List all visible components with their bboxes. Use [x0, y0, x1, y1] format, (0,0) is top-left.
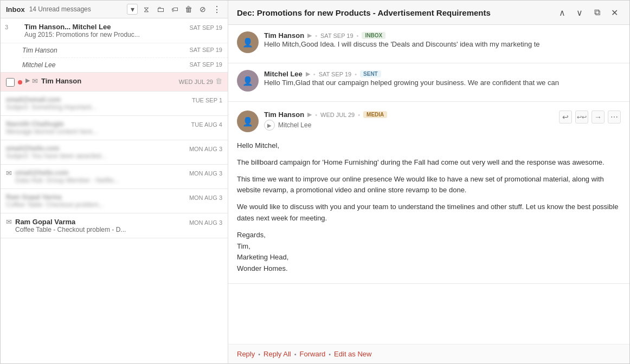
thread-row-selected[interactable]: ▶ ✉ Tim Hanson WED JUL 29 🗑 — [1, 73, 228, 91]
dropdown-arrow-icon: ▾ — [131, 5, 134, 14]
inbox-header: Inbox 14 Unread messages ▾ ⧖ 🗀 🏷 — [1, 1, 228, 18]
unread-dot — [17, 26, 21, 30]
sent-tag: SENT — [360, 70, 381, 77]
sub-date: SAT SEP 19 — [189, 61, 222, 68]
sender-name: Mitchel Lee — [264, 70, 303, 78]
folder-button[interactable]: 🗀 — [155, 4, 166, 15]
reply-all-button[interactable]: ↩↩ — [575, 110, 588, 123]
thread-row[interactable]: email@email.com TUE SEP 1 Subject: Somet… — [1, 92, 228, 115]
close-email-view-button[interactable]: ✕ — [608, 6, 621, 19]
email-meta: Mitchel Lee ▶ • SAT SEP 19 • SENT Hello … — [264, 70, 621, 88]
email-thread-selected: ▶ ✉ Tim Hanson WED JUL 29 🗑 — [1, 73, 228, 92]
email-preview: Hello Mitch,Good Idea. I will discuss th… — [264, 40, 621, 49]
thread-from-blurred: Navnith Chathugte — [6, 120, 64, 128]
reply-icon: ↩ — [562, 113, 569, 121]
sub-thread-item[interactable]: Mitchel Lee SAT SEP 19 — [22, 58, 228, 72]
thread-count-badge: 3 — [5, 24, 8, 30]
main-content: Inbox 14 Unread messages ▾ ⧖ 🗀 🏷 — [1, 1, 629, 363]
email-signature: Regards, Tim, Marketing Head, Wonder Hom… — [237, 230, 621, 275]
thread-row[interactable]: email@hello.com MON AUG 3 Subject: You h… — [1, 140, 228, 164]
filter-button[interactable]: ⧖ — [141, 4, 152, 15]
regards-line: Regards, — [237, 230, 621, 241]
thread-from-blurred: email@hello.com — [6, 145, 59, 152]
email-body: Hello Mitchel, The billboard campaign fo… — [237, 140, 621, 275]
more-button[interactable]: ⋮ — [211, 4, 222, 15]
reply-footer-button[interactable]: Reply — [237, 350, 255, 358]
reply-button[interactable]: ↩ — [559, 110, 572, 123]
email-thread: Navnith Chathugte TUE AUG 4 Message blur… — [1, 116, 228, 140]
expanded-meta: Tim Hanson ▶ • WED JUL 29 • MEDIA ▶ Mitc… — [264, 110, 554, 135]
email-preview: Hello Tim,Glad that our campaign helped … — [264, 78, 621, 88]
thread-row[interactable]: Navnith Chathugte TUE AUG 4 Message blur… — [1, 116, 228, 140]
avatar-initials: 👤 — [242, 76, 253, 86]
more-icon: ⋯ — [610, 113, 618, 121]
thread-subject-blurred: Subject: Something important... — [6, 103, 222, 111]
expanded-recipient-row: ▶ Mitchel Lee — [264, 120, 554, 131]
email-thread: email@email.com TUE SEP 1 Subject: Somet… — [1, 92, 228, 116]
tag-button[interactable]: 🏷 — [169, 4, 180, 15]
thread-checkbox[interactable] — [6, 78, 15, 87]
email-paragraph-2: This time we want to improve our online … — [237, 174, 621, 197]
unread-dot — [18, 80, 22, 84]
email-message-header: 👤 Tim Hanson ▶ • SAT SEP 19 • INBOX — [237, 31, 621, 53]
inbox-count: 14 Unread messages — [29, 5, 91, 13]
forward-footer-button[interactable]: Forward — [300, 350, 326, 358]
thread-from-blurred: email@hello.com — [15, 169, 68, 177]
thread-date: MON AUG 3 — [189, 219, 222, 226]
prev-message-button[interactable]: ∧ — [556, 6, 569, 19]
avatar-tim: 👤 — [237, 31, 259, 53]
expand-play-button[interactable]: ▶ — [264, 120, 275, 131]
thread-date: TUE AUG 4 — [191, 121, 222, 128]
thread-flag-icon: ▶ — [25, 77, 30, 84]
expanded-header: 👤 Tim Hanson ▶ • WED JUL 29 • MEDIA — [237, 110, 621, 135]
thread-subject-blurred: Coffee Table: Checkout problem... — [6, 201, 222, 209]
thread-from-blurred: email@email.com — [6, 96, 61, 103]
email-paragraph-3: We would like to discuss with you and yo… — [237, 202, 621, 224]
sub-thread-item[interactable]: Tim Hanson SAT SEP 19 — [22, 43, 228, 58]
reply-all-footer-button[interactable]: Reply All — [263, 350, 291, 358]
email-action-icons: ↩ ↩↩ → ⋯ — [559, 110, 621, 123]
view-header-icons: ∧ ∨ ⧉ ✕ — [556, 6, 621, 19]
block-button[interactable]: ⊘ — [197, 4, 208, 15]
header-icons: ▾ ⧖ 🗀 🏷 🗑 ⊘ — [127, 4, 222, 15]
left-panel: Inbox 14 Unread messages ▾ ⧖ 🗀 🏷 — [1, 1, 228, 363]
next-message-button[interactable]: ∨ — [573, 6, 586, 19]
envelope-icon: ✉ — [6, 169, 12, 177]
email-view-header: Dec: Promotions for new Products - Adver… — [228, 1, 629, 25]
delete-button[interactable]: 🗑 — [183, 4, 194, 15]
more-actions-button[interactable]: ⋯ — [608, 110, 621, 123]
filter-icon: ⧖ — [144, 5, 149, 14]
envelope-icon: ✉ — [6, 218, 12, 226]
open-external-button[interactable]: ⧉ — [590, 6, 603, 19]
thread-row[interactable]: ✉ Ram Gopal Varma MON AUG 3 Coffee Table… — [1, 213, 228, 238]
thread-row[interactable]: Ram Gopal Varma MON AUG 3 Coffee Table: … — [1, 189, 228, 213]
expanded-sender-row: Tim Hanson ▶ • WED JUL 29 • MEDIA — [264, 110, 554, 119]
sender-row: Tim Hanson ▶ • SAT SEP 19 • INBOX — [264, 31, 621, 40]
email-message-header: 👤 Mitchel Lee ▶ • SAT SEP 19 • SENT — [237, 70, 621, 92]
sender-name: Tim Hanson — [264, 31, 304, 40]
email-list: 3 Tim Hanson... Mitchel Lee SAT SEP 19 A… — [1, 18, 228, 363]
thread-row[interactable]: ✉ email@hello.com MON AUG 3 Data Hub: Gr… — [1, 165, 228, 188]
email-thread: 3 Tim Hanson... Mitchel Lee SAT SEP 19 A… — [1, 18, 228, 73]
email-paragraph-1: The billboard campaign for 'Home Furnish… — [237, 157, 621, 168]
thread-row[interactable]: 3 Tim Hanson... Mitchel Lee SAT SEP 19 A… — [1, 18, 228, 43]
media-tag: MEDIA — [363, 111, 387, 118]
forward-button[interactable]: → — [592, 110, 605, 123]
sub-sender: Mitchel Lee — [22, 61, 189, 69]
email-meta: Tim Hanson ▶ • SAT SEP 19 • INBOX Hello … — [264, 31, 621, 49]
email-view-body: 👤 Tim Hanson ▶ • SAT SEP 19 • INBOX — [228, 25, 629, 344]
trash-icon: 🗑 — [185, 5, 192, 14]
email-date: WED JUL 29 — [320, 112, 355, 118]
email-view-title: Dec: Promotions for new Products - Adver… — [237, 8, 556, 17]
thread-subject-blurred: Subject: You have been awarded... — [6, 152, 222, 160]
thread-date: MON AUG 3 — [189, 170, 222, 177]
edit-as-new-footer-button[interactable]: Edit as New — [334, 350, 371, 358]
thread-date: SAT SEP 19 — [189, 24, 222, 31]
email-thread: email@hello.com MON AUG 3 Subject: You h… — [1, 140, 228, 165]
app-container: Inbox 14 Unread messages ▾ ⧖ 🗀 🏷 — [0, 0, 630, 364]
email-message-2: 👤 Mitchel Lee ▶ • SAT SEP 19 • SENT — [228, 63, 629, 102]
tag-icon: 🏷 — [171, 5, 178, 14]
signature-name: Tim, — [237, 241, 621, 252]
inbox-dropdown-button[interactable]: ▾ — [127, 4, 138, 15]
delete-icon[interactable]: 🗑 — [215, 77, 222, 85]
